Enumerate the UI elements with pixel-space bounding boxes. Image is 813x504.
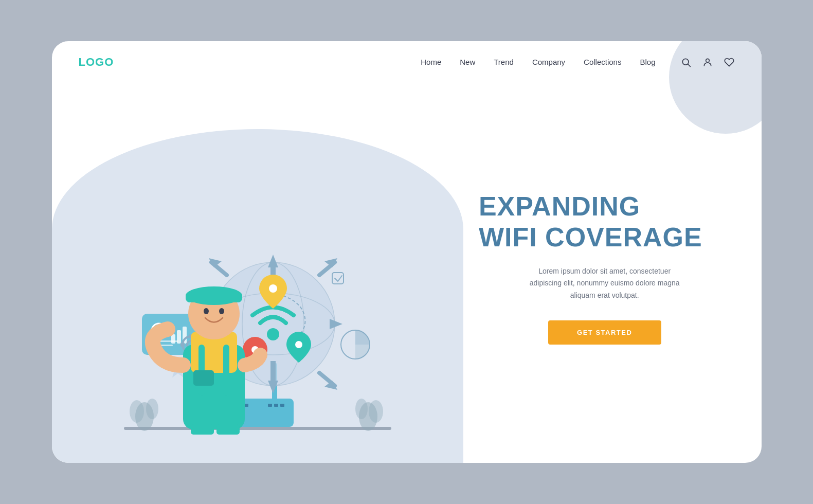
svg-marker-24 <box>268 255 278 267</box>
illustration-svg <box>83 165 432 463</box>
illustration-area <box>52 83 463 463</box>
svg-rect-27 <box>270 361 276 382</box>
nav-icons <box>680 57 735 68</box>
nav-collections[interactable]: Collections <box>584 58 621 66</box>
right-content: EXPANDING WIFI COVERAGE Lorem ipsum dolo… <box>463 83 762 463</box>
svg-rect-80 <box>193 370 214 386</box>
svg-point-40 <box>267 328 279 340</box>
svg-rect-50 <box>171 334 175 344</box>
svg-rect-81 <box>191 424 214 435</box>
svg-rect-17 <box>280 404 284 407</box>
svg-rect-59 <box>180 343 185 347</box>
plant-left <box>130 399 158 431</box>
nav-home[interactable]: Home <box>421 58 441 66</box>
svg-point-78 <box>204 308 209 314</box>
svg-point-2 <box>706 59 709 62</box>
svg-rect-77 <box>186 292 242 302</box>
svg-marker-30 <box>330 319 342 329</box>
nav-new[interactable]: New <box>460 58 475 66</box>
illustration-svg-container <box>52 83 463 463</box>
svg-point-6 <box>146 399 158 419</box>
main-card: LOGO Home New Trend Company Collections … <box>52 41 762 463</box>
main-content: EXPANDING WIFI COVERAGE Lorem ipsum dolo… <box>52 83 762 463</box>
svg-rect-82 <box>216 424 240 435</box>
svg-point-44 <box>295 341 302 348</box>
plant-right <box>355 399 383 431</box>
nav-blog[interactable]: Blog <box>640 58 655 66</box>
nav-company[interactable]: Company <box>532 58 565 66</box>
svg-point-79 <box>219 308 224 314</box>
svg-point-5 <box>130 400 144 423</box>
svg-rect-70 <box>332 273 344 284</box>
logo[interactable]: LOGO <box>79 56 114 69</box>
nav-links: Home New Trend Company Collections Blog <box>421 58 655 67</box>
svg-rect-15 <box>268 404 272 407</box>
user-icon[interactable] <box>702 57 713 68</box>
nav-trend[interactable]: Trend <box>494 58 514 66</box>
hero-description: Lorem ipsum dolor sit amet, consectetuer… <box>522 265 687 302</box>
svg-point-8 <box>369 400 383 423</box>
navbar: LOGO Home New Trend Company Collections … <box>52 41 762 83</box>
svg-line-1 <box>688 64 690 67</box>
cta-button[interactable]: GET STARTED <box>548 320 661 345</box>
svg-rect-3 <box>124 427 391 430</box>
search-icon[interactable] <box>680 57 692 68</box>
svg-point-42 <box>269 284 277 293</box>
svg-rect-16 <box>274 404 278 407</box>
heart-icon[interactable] <box>724 57 735 68</box>
hero-title: EXPANDING WIFI COVERAGE <box>479 191 731 253</box>
svg-rect-14 <box>244 404 248 407</box>
svg-point-9 <box>355 399 368 419</box>
svg-rect-74 <box>223 345 229 396</box>
